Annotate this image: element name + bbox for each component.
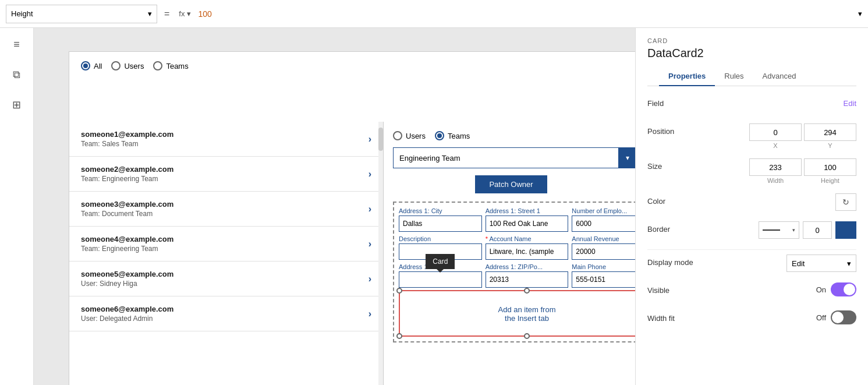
user-info-1: someone1@example.com Team: Sales Team [81,130,173,148]
field-city-input[interactable] [399,216,482,232]
team-dropdown[interactable]: Engineering Team ▾ [393,147,635,168]
scrollbar-track[interactable] [378,122,383,385]
sidebar-menu-icon[interactable]: ≡ [8,35,26,54]
field-zip-input[interactable] [486,271,569,288]
prop-row-position: Position X Y [647,123,856,149]
radio-all-circle [81,61,90,70]
radio-users[interactable]: Users [111,61,144,70]
user-team-5: User: Sidney Higa [81,280,173,288]
insert-text: Add an item fromthe Insert tab [405,296,635,323]
display-mode-select[interactable]: Edit ▾ [786,255,856,272]
fx-button[interactable]: fx ▾ [176,9,193,18]
handle-bc[interactable] [524,333,530,339]
visible-toggle[interactable] [831,282,856,296]
panel-content: Field Edit Position X Y [636,86,868,348]
user-email-2: someone2@example.com [81,165,173,174]
user-email-3: someone3@example.com [81,200,173,209]
field-annual-revenue-input[interactable] [572,243,635,260]
width-fit-off-label: Off [816,313,826,322]
user-item-5[interactable]: someone5@example.com User: Sidney Higa › [69,262,383,296]
user-list: someone1@example.com Team: Sales Team › … [69,122,384,385]
field-account-name: Account Name [486,235,569,260]
position-y-label: Y [828,142,832,149]
handle-tc[interactable] [524,288,530,294]
user-item-1[interactable]: someone1@example.com Team: Sales Team › [69,122,383,157]
chevron-right-6: › [369,309,371,319]
form-radio-users-label: Users [406,132,426,140]
user-info-5: someone5@example.com User: Sidney Higa [81,270,173,288]
user-item-2[interactable]: someone2@example.com Team: Engineering T… [69,157,383,192]
border-style-select[interactable]: ▾ [759,221,799,239]
size-controls: Width Height [749,158,856,184]
field-phone-input[interactable] [572,271,635,288]
user-team-4: Team: Engineering Team [81,245,173,253]
user-item-6[interactable]: someone6@example.com User: Delegated Adm… [69,296,383,331]
border-color-swatch[interactable] [835,221,856,239]
size-label: Size [647,158,700,171]
radio-all-label: All [94,62,102,70]
chevron-right-5: › [369,274,371,284]
handle-bl[interactable] [396,333,402,339]
tab-properties[interactable]: Properties [659,67,715,86]
height-selector[interactable]: Height ▾ [6,5,157,23]
tab-advanced[interactable]: Advanced [753,67,806,86]
main-canvas-area: All Users Teams someone1@example.com Tea… [34,28,635,385]
display-mode-label: Display mode [647,255,700,267]
visible-label: Visible [647,282,700,295]
height-label: Height [11,9,33,18]
position-y-input[interactable] [804,123,856,141]
color-swatch[interactable]: ↻ [835,193,856,211]
width-fit-toggle[interactable] [831,310,856,324]
formula-value[interactable]: 100 [198,9,523,19]
border-label: Border [647,221,700,234]
field-account-name-input[interactable] [486,243,569,260]
field-phone-label: Main Phone [572,263,635,270]
fields-grid: Address 1: City Address 1: Street 1 Numb… [399,207,635,288]
user-info-6: someone6@example.com User: Delegated Adm… [81,305,173,323]
size-input-group: Width Height [749,158,856,184]
user-info-3: someone3@example.com Team: Document Team [81,200,173,218]
visible-on-label: On [816,285,826,294]
formula-bar-dropdown-icon[interactable]: ▾ [858,9,862,18]
tab-rules[interactable]: Rules [715,67,753,86]
sidebar-components-icon[interactable]: ⊞ [8,96,26,114]
border-width-input[interactable] [803,221,832,239]
form-radio-users[interactable]: Users [393,131,426,140]
panel-header: CARD DataCard2 Properties Rules Advanced [636,28,868,86]
user-item-3[interactable]: someone3@example.com Team: Document Team… [69,192,383,227]
size-height-input[interactable] [804,158,856,176]
field-employees: Number of Emplo... [572,207,635,232]
field-edit-link[interactable]: Edit [844,96,856,108]
prop-row-display-mode: Display mode Edit ▾ [647,255,856,273]
fields-container: Address 1: City Address 1: Street 1 Numb… [393,202,635,342]
field-street2: Address 1: Street 2 Card [399,263,482,288]
width-fit-label: Width fit [647,310,700,323]
dropdown-arrow-icon: ▾ [618,147,635,168]
patch-owner-button[interactable]: Patch Owner [475,175,547,193]
user-email-4: someone4@example.com [81,235,173,243]
position-x-input[interactable] [749,123,802,141]
size-width-input[interactable] [749,158,802,176]
fx-label: fx [179,9,185,18]
prop-row-field: Field Edit [647,96,856,114]
top-radio-group: All Users Teams [69,52,635,80]
field-employees-input[interactable] [572,216,635,232]
radio-teams[interactable]: Teams [153,61,188,70]
field-zip-label: Address 1: ZIP/Po... [486,263,569,270]
field-street1-input[interactable] [486,216,569,232]
scrollbar-thumb[interactable] [378,128,383,151]
formula-bar: Height ▾ = fx ▾ 100 ▾ [0,0,868,28]
width-fit-toggle-thumb [832,312,844,323]
border-line-icon [763,229,780,231]
field-city-label: Address 1: City [399,207,482,214]
form-radio-teams[interactable]: Teams [435,131,470,140]
user-email-1: someone1@example.com [81,130,173,139]
field-city: Address 1: City [399,207,482,232]
user-item-4[interactable]: someone4@example.com Team: Engineering T… [69,227,383,262]
field-employees-label: Number of Emplo... [572,207,635,214]
sidebar-layers-icon[interactable]: ⧉ [8,65,26,84]
canvas-card: All Users Teams someone1@example.com Tea… [69,51,635,385]
radio-all[interactable]: All [81,61,102,70]
handle-tl[interactable] [396,288,402,294]
user-team-1: Team: Sales Team [81,140,173,148]
